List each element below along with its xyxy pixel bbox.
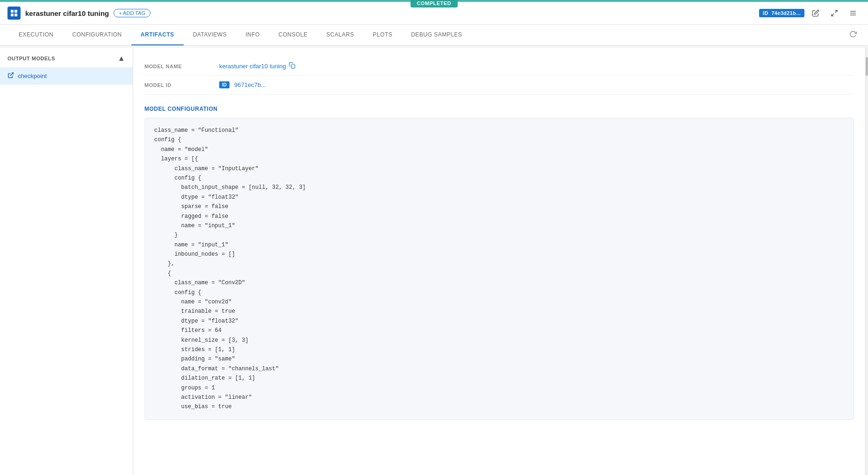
tabs-bar: EXECUTION CONFIGURATION ARTIFACTS DATAVI… [0,25,868,46]
sidebar-section-header: OUTPUT MODELS ▲ [0,48,133,67]
model-id-value: ID 9671ec7b... [219,81,266,88]
main-content: MODEL NAME kerastuner cifar10 tuning MOD… [133,48,865,475]
task-id-badge: ID 74e3d21b... [759,9,804,17]
svg-rect-0 [11,10,14,13]
id-value: 74e3d21b... [771,10,801,16]
header-left: kerastuner cifar10 tuning + ADD TAG [7,7,151,20]
status-bar: COMPLETED [0,0,868,2]
tab-scalars[interactable]: SCALARS [317,25,364,45]
model-config-code: class_name = "Functional" config { name … [144,118,854,420]
model-name-label: MODEL NAME [144,64,219,69]
svg-line-4 [835,10,837,13]
svg-rect-2 [11,14,14,16]
collapse-icon[interactable]: ▲ [118,54,125,63]
model-name-value: kerastuner cifar10 tuning [219,62,295,70]
model-id-badge: ID [219,81,230,88]
svg-line-5 [832,14,834,16]
model-config-section: MODEL CONFIGURATION class_name = "Functi… [144,106,854,420]
model-id-row: MODEL ID ID 9671ec7b... [144,76,854,94]
tab-plots[interactable]: PLOTS [364,25,402,45]
sidebar-section-title: OUTPUT MODELS [7,56,55,61]
tab-dataviews[interactable]: DATAVIEWS [184,25,237,45]
copy-name-icon[interactable] [289,62,295,70]
svg-rect-1 [14,10,17,13]
tabs-right [847,25,859,45]
sidebar-item-label: checkpoint [18,72,47,79]
tab-info[interactable]: INFO [236,25,269,45]
scroll-indicator [865,48,868,475]
svg-rect-10 [291,65,295,68]
add-tag-button[interactable]: + ADD TAG [114,9,151,17]
sidebar-item-checkpoint[interactable]: checkpoint [0,67,133,85]
edit-button[interactable] [808,6,823,21]
menu-button[interactable] [846,6,861,21]
external-link-icon [7,72,14,80]
svg-line-9 [10,73,13,76]
tab-console[interactable]: CONSOLE [269,25,317,45]
header-actions: ID 74e3d21b... [759,6,861,21]
tab-artifacts[interactable]: ARTIFACTS [131,25,184,45]
svg-rect-3 [14,14,17,16]
model-config-title: MODEL CONFIGURATION [144,106,854,112]
sidebar: OUTPUT MODELS ▲ checkpoint [0,48,133,475]
model-id-label: MODEL ID [144,82,219,88]
expand-button[interactable] [827,6,842,21]
main-layout: OUTPUT MODELS ▲ checkpoint MODEL NAME ke… [0,48,868,475]
id-label: ID [763,10,768,16]
refresh-icon[interactable] [847,29,859,42]
app-logo [7,7,21,20]
tab-execution[interactable]: EXECUTION [9,25,63,45]
page-title: kerastuner cifar10 tuning [25,9,109,17]
status-badge: COMPLETED [410,0,458,7]
tab-configuration[interactable]: CONFIGURATION [63,25,131,45]
tab-debug-samples[interactable]: DEBUG SAMPLES [402,25,471,45]
scroll-thumb[interactable] [866,57,868,76]
model-name-row: MODEL NAME kerastuner cifar10 tuning [144,57,854,76]
